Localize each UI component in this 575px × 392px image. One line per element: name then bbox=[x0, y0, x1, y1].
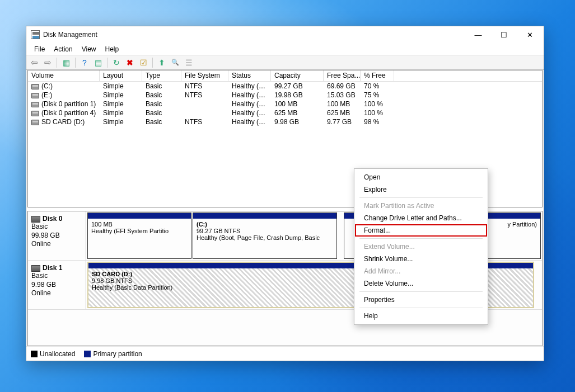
disk-info: Disk 1Basic9.98 GBOnline bbox=[28, 261, 86, 309]
partition-label: (C:)99.27 GB NTFSHealthy (Boot, Page Fil… bbox=[193, 219, 336, 258]
legend: Unallocated Primary partition bbox=[26, 346, 544, 361]
menu-action[interactable]: Action bbox=[49, 44, 77, 54]
delete-icon[interactable]: ✖ bbox=[124, 57, 135, 68]
partition-header bbox=[88, 213, 191, 219]
drive-icon bbox=[31, 120, 39, 125]
table-row[interactable]: (E:)SimpleBasicNTFSHealthy (B...19.98 GB… bbox=[28, 91, 542, 100]
forward-button[interactable]: ⇨ bbox=[42, 57, 53, 68]
col-status[interactable]: Status bbox=[228, 70, 271, 81]
disk-management-window: Disk Management — ☐ ✕ File Action View H… bbox=[26, 26, 544, 361]
check-icon[interactable]: ☑ bbox=[138, 57, 149, 68]
ctx-explore[interactable]: Explore bbox=[355, 183, 487, 196]
app-icon bbox=[31, 30, 40, 39]
table-row[interactable]: (C:)SimpleBasicNTFSHealthy (B...99.27 GB… bbox=[28, 82, 542, 91]
menu-view[interactable]: View bbox=[77, 44, 101, 54]
partition-label: 100 MBHealthy (EFI System Partitio bbox=[88, 219, 191, 258]
col-type[interactable]: Type bbox=[142, 70, 181, 81]
ctx-delete-volume[interactable]: Delete Volume... bbox=[355, 277, 487, 290]
context-menu: Open Explore Mark Partition as Active Ch… bbox=[354, 168, 488, 325]
table-row[interactable]: SD CARD (D:)SimpleBasicNTFSHealthy (B...… bbox=[28, 117, 542, 126]
col-layout[interactable]: Layout bbox=[100, 70, 142, 81]
ctx-properties[interactable]: Properties bbox=[355, 294, 487, 306]
col-filesystem[interactable]: File System bbox=[181, 70, 228, 81]
partition-header bbox=[193, 213, 336, 219]
col-free[interactable]: Free Spa... bbox=[324, 70, 361, 81]
close-button[interactable]: ✕ bbox=[517, 26, 543, 43]
ctx-add-mirror: Add Mirror... bbox=[355, 265, 487, 277]
ctx-extend: Extend Volume... bbox=[355, 240, 487, 253]
minimize-button[interactable]: — bbox=[465, 26, 491, 43]
table-row[interactable]: (Disk 0 partition 4)SimpleBasicHealthy (… bbox=[28, 108, 542, 117]
refresh-icon[interactable]: ↻ bbox=[111, 57, 122, 68]
ctx-mark-active: Mark Partition as Active bbox=[355, 200, 487, 212]
partition[interactable]: 100 MBHealthy (EFI System Partitio bbox=[87, 212, 191, 259]
col-volume[interactable]: Volume bbox=[28, 70, 100, 81]
back-button[interactable]: ⇦ bbox=[29, 57, 40, 68]
menubar: File Action View Help bbox=[26, 43, 544, 55]
table-row[interactable]: (Disk 0 partition 1)SimpleBasicHealthy (… bbox=[28, 100, 542, 108]
search-icon[interactable]: 🔍 bbox=[170, 57, 181, 68]
maximize-button[interactable]: ☐ bbox=[491, 26, 517, 43]
ctx-shrink[interactable]: Shrink Volume... bbox=[355, 253, 487, 265]
titlebar[interactable]: Disk Management — ☐ ✕ bbox=[26, 26, 544, 43]
disk-icon bbox=[31, 216, 40, 223]
column-headers[interactable]: Volume Layout Type File System Status Ca… bbox=[28, 70, 542, 82]
ctx-open[interactable]: Open bbox=[355, 171, 487, 183]
list-icon[interactable]: ☰ bbox=[183, 57, 194, 68]
col-pctfree[interactable]: % Free bbox=[361, 70, 394, 81]
window-title: Disk Management bbox=[43, 31, 97, 39]
export-icon[interactable]: ⬆ bbox=[156, 57, 167, 68]
drive-icon bbox=[31, 102, 39, 107]
menu-file[interactable]: File bbox=[30, 44, 49, 54]
toolbar: ⇦ ⇨ ▦ ? ▤ ↻ ✖ ☑ ⬆ 🔍 ☰ bbox=[26, 55, 544, 70]
partition[interactable]: (C:)99.27 GB NTFSHealthy (Boot, Page Fil… bbox=[193, 212, 337, 259]
view-icon[interactable]: ▦ bbox=[60, 57, 72, 68]
legend-primary: Primary partition bbox=[84, 350, 142, 358]
ctx-help[interactable]: Help bbox=[355, 310, 487, 322]
col-capacity[interactable]: Capacity bbox=[271, 70, 324, 81]
drive-icon bbox=[31, 84, 39, 89]
ctx-change-letter[interactable]: Change Drive Letter and Paths... bbox=[355, 212, 487, 224]
legend-unallocated: Unallocated bbox=[31, 350, 75, 358]
ctx-format[interactable]: Format... bbox=[355, 224, 487, 237]
drive-icon bbox=[31, 111, 39, 116]
disk-info: Disk 0Basic99.98 GBOnline bbox=[28, 211, 86, 260]
grid-icon[interactable]: ▤ bbox=[92, 57, 104, 68]
disk-icon bbox=[31, 265, 40, 272]
properties-icon[interactable]: ? bbox=[79, 57, 90, 68]
menu-help[interactable]: Help bbox=[101, 44, 124, 54]
drive-icon bbox=[31, 93, 39, 98]
